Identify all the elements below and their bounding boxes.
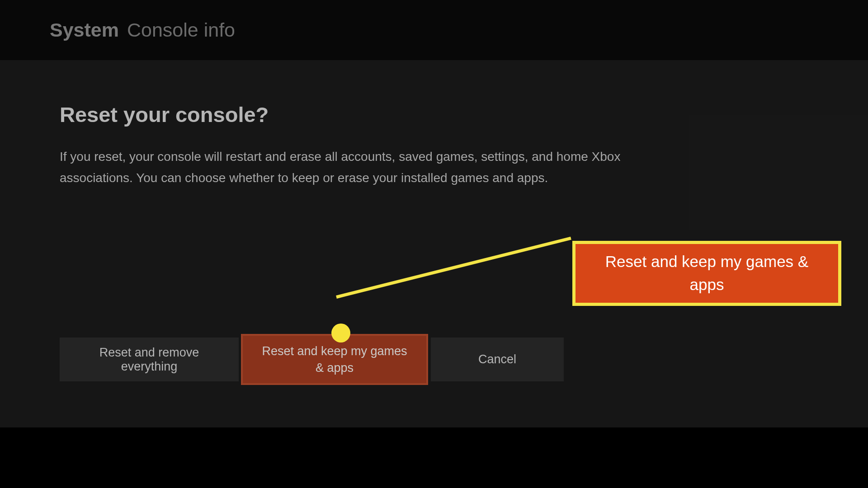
breadcrumb-console-info: Console info — [127, 19, 235, 41]
breadcrumb-system: System — [50, 19, 119, 41]
annotation-callout: Reset and keep my games & apps — [572, 241, 841, 306]
dialog-body-text: If you reset, your console will restart … — [60, 146, 693, 188]
reset-keep-label: Reset and keep my games & apps — [261, 343, 408, 376]
header-bar: System Console info — [0, 0, 868, 60]
bottom-strip — [0, 427, 868, 488]
cancel-button[interactable]: Cancel — [431, 338, 564, 381]
annotation-callout-text: Reset and keep my games & apps — [586, 250, 827, 296]
dialog-title: Reset your console? — [60, 102, 823, 127]
annotation-dot — [331, 324, 350, 343]
dialog-button-row: Reset and remove everything Reset and ke… — [60, 338, 564, 381]
reset-remove-label: Reset and remove everything — [73, 346, 225, 374]
reset-and-remove-everything-button[interactable]: Reset and remove everything — [60, 338, 239, 381]
cancel-label: Cancel — [478, 352, 516, 366]
reset-and-keep-my-games-button[interactable]: Reset and keep my games & apps — [241, 334, 428, 385]
reset-and-keep-button-wrapper: Reset and keep my games & apps — [239, 338, 431, 381]
